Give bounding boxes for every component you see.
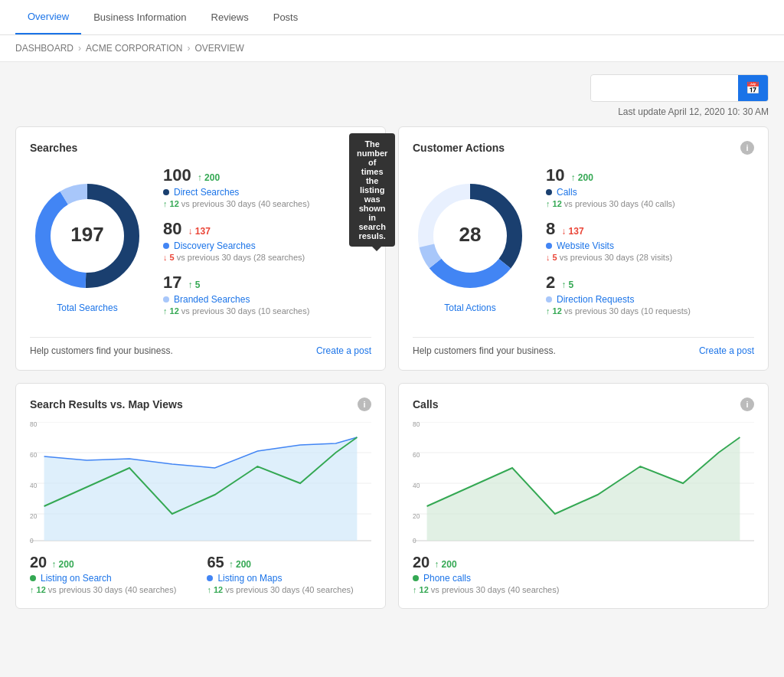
listing-on-maps-label: Listing on Maps <box>207 573 353 584</box>
website-visits-sub: ↓ 5 vs previous 30 days (28 visits) <box>546 253 754 262</box>
calls-dot <box>546 189 552 195</box>
direct-searches-text: Direct Searches <box>174 187 239 198</box>
stat-branded-searches: 17 ↑ 5 Branded Searches ↑ 12 vs previous… <box>163 273 371 316</box>
calendar-button[interactable]: 📅 <box>738 75 768 101</box>
calls-chart-info-icon[interactable]: i <box>740 397 754 411</box>
customer-actions-footer: Help customers find your business. Creat… <box>413 337 754 356</box>
listing-on-maps-num: 65 <box>207 554 224 571</box>
calls-label: Calls <box>546 187 754 198</box>
direction-requests-delta: ↑ 5 <box>561 280 573 290</box>
searches-donut-wrapper: 197 Total Searches <box>30 178 145 313</box>
search-chart-card: Search Results vs. Map Views i 80 60 40 … <box>15 383 386 609</box>
calls-delta: ↑ 200 <box>570 172 593 183</box>
discovery-searches-dot <box>163 243 169 249</box>
direct-searches-sub: ↑ 12 vs previous 30 days (40 searches) <box>163 199 371 208</box>
searches-card-content: 197 Total Searches 100 ↑ 200 <box>30 165 371 326</box>
customer-actions-card: Customer Actions i <box>398 126 769 371</box>
phone-calls-stat: 20 ↑ 200 Phone calls ↑ 12 vs previous 30… <box>413 554 559 594</box>
breadcrumb-sep-1: › <box>78 43 81 54</box>
actions-donut-label: Total Actions <box>444 299 495 313</box>
nav-posts[interactable]: Posts <box>261 1 311 34</box>
actions-donut-number: 28 <box>459 223 482 246</box>
breadcrumb-company[interactable]: ACME CORPORATION <box>86 43 182 54</box>
discovery-searches-delta: ↓ 137 <box>188 226 210 237</box>
branded-searches-text: Branded Searches <box>174 294 250 305</box>
discovery-searches-text: Discovery Searches <box>174 240 256 251</box>
svg-text:20: 20 <box>30 512 37 520</box>
listing-on-maps-sub: ↑ 12 vs previous 30 days (40 searches) <box>207 585 353 594</box>
stat-website-visits: 8 ↓ 137 Website Visits ↓ 5 vs previous 3… <box>546 219 754 262</box>
listing-on-search-sub: ↑ 12 vs previous 30 days (40 searches) <box>30 585 176 594</box>
direct-searches-label: Direct Searches <box>163 187 371 198</box>
direction-requests-label: Direction Requests <box>546 294 754 305</box>
date-input[interactable]: Last 30 days <box>591 77 738 100</box>
top-navigation: Overview Business Information Reviews Po… <box>0 0 784 35</box>
svg-text:60: 60 <box>413 451 420 459</box>
stat-direct-searches: 100 ↑ 200 Direct Searches ↑ 12 vs previo… <box>163 165 371 208</box>
searches-card: Searches i The number of times the listi… <box>15 126 386 371</box>
customer-actions-header: Customer Actions i <box>413 141 754 155</box>
branded-searches-label: Branded Searches <box>163 294 371 305</box>
nav-overview[interactable]: Overview <box>15 0 81 34</box>
listing-on-maps-dot <box>207 575 213 581</box>
branded-searches-delta: ↑ 5 <box>188 280 200 290</box>
searches-info-icon[interactable]: i The number of times the listing was sh… <box>358 141 371 155</box>
svg-text:60: 60 <box>30 451 37 459</box>
listing-on-maps-delta: ↑ 200 <box>229 559 251 570</box>
website-visits-label: Website Visits <box>546 240 754 251</box>
search-chart-info-icon[interactable]: i <box>358 397 371 411</box>
searches-tooltip: The number of times the listing was show… <box>349 133 395 247</box>
search-chart-title: Search Results vs. Map Views <box>30 398 183 410</box>
breadcrumb-dashboard[interactable]: DASHBOARD <box>15 43 74 54</box>
listing-on-search-delta: ↑ 200 <box>51 559 74 570</box>
main-content: Last 30 days 📅 Last update April 12, 202… <box>0 62 784 633</box>
calls-chart-area: 80 60 40 20 0 Sep 15 Sep 19 Sep 23 Sep 2… <box>413 422 754 545</box>
search-chart-header: Search Results vs. Map Views i <box>30 397 371 411</box>
phone-calls-delta: ↑ 200 <box>434 559 456 570</box>
actions-stats-list: 10 ↑ 200 Calls ↑ 12 vs previous 30 days … <box>546 165 754 326</box>
last-update: Last update April 12, 2020 10: 30 AM <box>15 106 769 117</box>
searches-donut-label: Total Searches <box>57 299 117 313</box>
breadcrumb: DASHBOARD › ACME CORPORATION › OVERVIEW <box>0 35 784 62</box>
direct-searches-delta: ↑ 200 <box>198 172 220 183</box>
breadcrumb-overview[interactable]: OVERVIEW <box>194 43 243 54</box>
listing-on-search-label: Listing on Search <box>30 573 176 584</box>
nav-reviews[interactable]: Reviews <box>199 1 261 34</box>
customer-actions-create-post[interactable]: Create a post <box>699 345 754 356</box>
searches-total-label: Total Searches <box>57 303 117 313</box>
search-chart-area: 80 60 40 20 0 Sep 15 Sep 19 Sep 23 <box>30 422 371 545</box>
website-visits-dot <box>546 243 552 249</box>
search-chart-stats: 20 ↑ 200 Listing on Search ↑ 12 vs previ… <box>30 554 371 594</box>
stat-direction-requests: 2 ↑ 5 Direction Requests ↑ 12 vs previou… <box>546 273 754 316</box>
svg-text:40: 40 <box>30 482 37 489</box>
searches-title: Searches <box>30 142 77 154</box>
filter-row: Last 30 days 📅 <box>15 74 769 102</box>
phone-calls-num: 20 <box>413 554 430 571</box>
searches-stats-list: 100 ↑ 200 Direct Searches ↑ 12 vs previo… <box>163 165 371 326</box>
direction-requests-num: 2 <box>546 273 555 293</box>
listing-on-search-dot <box>30 575 36 581</box>
searches-card-header: Searches i The number of times the listi… <box>30 141 371 155</box>
direct-searches-num: 100 <box>163 165 191 185</box>
listing-on-maps-stat: 65 ↑ 200 Listing on Maps ↑ 12 vs previou… <box>207 554 353 594</box>
calls-num: 10 <box>546 165 564 185</box>
searches-create-post[interactable]: Create a post <box>316 345 371 356</box>
stat-calls: 10 ↑ 200 Calls ↑ 12 vs previous 30 days … <box>546 165 754 208</box>
breadcrumb-sep-2: › <box>187 43 190 54</box>
customer-actions-footer-text: Help customers find your business. <box>413 345 556 356</box>
customer-actions-title: Customer Actions <box>413 142 505 154</box>
customer-actions-info-icon[interactable]: i <box>740 141 754 155</box>
discovery-searches-label: Discovery Searches <box>163 240 371 251</box>
nav-business-info[interactable]: Business Information <box>81 1 198 34</box>
svg-text:0: 0 <box>30 537 34 545</box>
customer-actions-content: 28 Total Actions 10 ↑ 200 <box>413 165 754 326</box>
branded-searches-sub: ↑ 12 vs previous 30 days (10 searches) <box>163 306 371 316</box>
stat-discovery-searches: 80 ↓ 137 Discovery Searches ↓ 5 vs previ… <box>163 219 371 262</box>
listing-on-maps-text: Listing on Maps <box>217 573 282 584</box>
listing-on-search-stat: 20 ↑ 200 Listing on Search ↑ 12 vs previ… <box>30 554 176 594</box>
svg-text:80: 80 <box>413 422 420 428</box>
calls-sub: ↑ 12 vs previous 30 days (40 calls) <box>546 199 754 208</box>
discovery-searches-sub: ↓ 5 vs previous 30 days (28 searches) <box>163 253 371 262</box>
phone-calls-label: Phone calls <box>413 573 559 584</box>
svg-text:80: 80 <box>30 422 37 428</box>
